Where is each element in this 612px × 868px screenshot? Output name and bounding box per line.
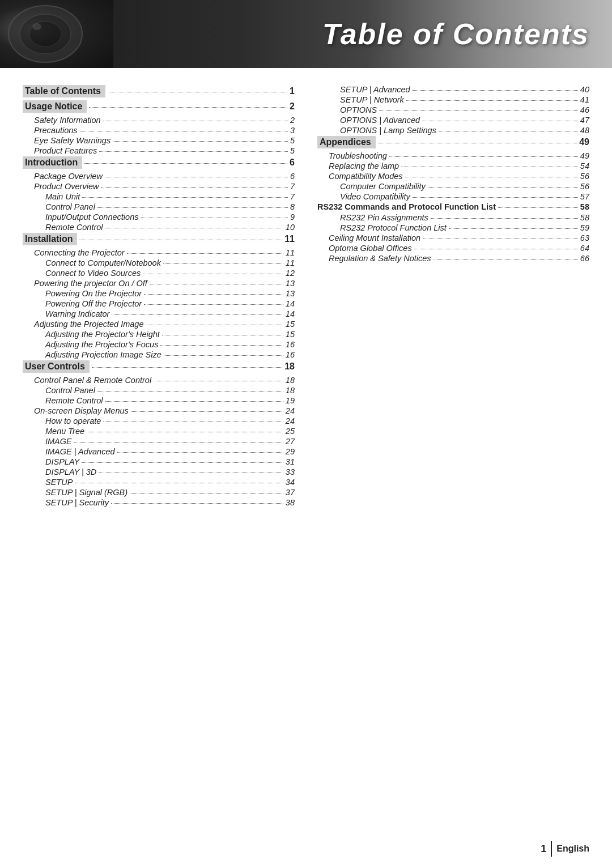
toc-entry-label: Optoma Global Offices [329,244,412,253]
toc-row: Eye Safety Warnings5 [23,136,295,145]
toc-entry-label: Connecting the Projector [34,248,125,257]
toc-page-number: 13 [286,289,295,298]
toc-page-number: 19 [286,396,295,405]
toc-entry-label: SETUP | Advanced [340,85,410,94]
toc-entry-label: OPTIONS | Advanced [340,116,420,125]
toc-page-number: 33 [286,467,295,476]
toc-row: Powering Off the Projector14 [23,299,295,308]
toc-entry-label: Product Features [34,146,97,155]
footer-divider [551,841,552,857]
toc-entry-label: RS232 Pin Assignments [340,213,428,222]
toc-row: Connect to Video Sources12 [23,269,295,278]
toc-entry-label: Connect to Video Sources [45,269,141,278]
toc-page-number: 6 [290,158,295,168]
toc-entry-label: Precautions [34,126,78,135]
toc-row: Appendices49 [317,136,589,148]
toc-page-number: 16 [286,350,295,359]
toc-row: Troubleshooting49 [317,151,589,160]
toc-row: SETUP | Network41 [317,95,589,104]
toc-entry-label: Adjusting Projection Image Size [45,350,162,359]
section-header-label: Installation [23,233,77,245]
toc-page-number: 56 [580,172,589,181]
toc-row: DISPLAY31 [23,457,295,466]
toc-entry-label: SETUP | Network [340,95,404,104]
toc-entry-label: Connect to Computer/Notebook [45,258,161,267]
toc-page-number: 24 [286,406,295,415]
toc-entry-label: Ceiling Mount Installation [329,233,420,242]
toc-entry-label: SETUP | Security [45,498,109,507]
toc-row: Compatibility Modes56 [317,172,589,181]
section-header-label: Table of Contents [23,85,105,97]
section-header-label: Usage Notice [23,100,87,113]
toc-entry-label: Troubleshooting [329,151,387,160]
section-header-label: User Controls [23,360,90,373]
toc-entry-label: Safety Information [34,116,101,125]
toc-row: IMAGE | Advanced29 [23,447,295,456]
toc-row: DISPLAY | 3D33 [23,467,295,476]
toc-row: Video Compatibility57 [317,192,589,201]
header-area: Table of Contents [0,0,612,68]
toc-entry-label: Input/Output Connections [45,212,138,222]
toc-row: Connect to Computer/Notebook11 [23,258,295,267]
toc-row: Usage Notice2 [23,100,295,113]
section-header-label: Appendices [317,136,376,148]
toc-entry-label: Adjusting the Projected Image [34,320,143,329]
toc-row: Input/Output Connections9 [23,212,295,222]
toc-entry-label: RS232 Protocol Function List [340,223,447,232]
toc-row: On-screen Display Menus24 [23,406,295,415]
toc-row: OPTIONS46 [317,105,589,114]
toc-page-number: 2 [290,101,295,112]
toc-row: Product Features5 [23,146,295,155]
toc-row: Powering On the Projector13 [23,289,295,298]
svg-point-3 [32,23,41,30]
toc-row: IMAGE27 [23,437,295,446]
toc-entry-label: SETUP [45,478,73,487]
toc-row: Menu Tree25 [23,427,295,436]
toc-row: SETUP | Security38 [23,498,295,507]
toc-entry-label: OPTIONS | Lamp Settings [340,126,436,135]
toc-row: Ceiling Mount Installation63 [317,233,589,242]
toc-page-number: 38 [286,498,295,507]
toc-entry-label: Control Panel [45,202,95,211]
toc-row: How to operate24 [23,416,295,426]
toc-row: Connecting the Projector11 [23,248,295,257]
toc-page-number: 10 [286,223,295,232]
toc-page-number: 49 [580,151,589,160]
toc-entry-label: DISPLAY [45,457,79,466]
toc-page-number: 11 [286,248,295,257]
toc-row: RS232 Commands and Protocol Function Lis… [317,202,589,211]
toc-entry-label: Powering On the Projector [45,289,142,298]
toc-row: Remote Control10 [23,223,295,232]
toc-entry-label: Video Compatibility [340,192,410,201]
toc-row: Introduction6 [23,156,295,169]
toc-page-number: 37 [286,488,295,497]
toc-entry-label: Eye Safety Warnings [34,136,110,145]
toc-entry-label: RS232 Commands and Protocol Function Lis… [317,202,496,211]
toc-page-number: 12 [286,269,295,278]
toc-entry-label: Remote Control [45,223,103,232]
toc-row: Control Panel18 [23,386,295,395]
toc-page-number: 11 [284,234,295,244]
toc-entry-label: Main Unit [45,192,80,201]
toc-page-number: 58 [580,202,589,211]
toc-page-number: 63 [580,233,589,242]
toc-entry-label: Powering the projector On / Off [34,279,147,288]
toc-page-number: 49 [579,137,589,147]
toc-page-number: 66 [580,254,589,263]
toc-entry-label: How to operate [45,416,101,426]
toc-row: Safety Information2 [23,116,295,125]
toc-page-number: 24 [286,416,295,426]
toc-page-number: 15 [286,320,295,329]
toc-entry-label: SETUP | Signal (RGB) [45,488,128,497]
toc-page-number: 3 [290,126,295,135]
toc-entry-label: Compatibility Modes [329,172,403,181]
toc-page-number: 16 [286,340,295,349]
toc-page-number: 9 [290,212,295,222]
toc-entry-label: Menu Tree [45,427,84,436]
toc-entry-label: Control Panel & Remote Control [34,376,151,385]
toc-page-number: 18 [286,376,295,385]
toc-page-number: 56 [580,182,589,191]
toc-page-number: 47 [580,116,589,125]
toc-row: RS232 Pin Assignments58 [317,213,589,222]
lens-decoration [6,3,85,65]
